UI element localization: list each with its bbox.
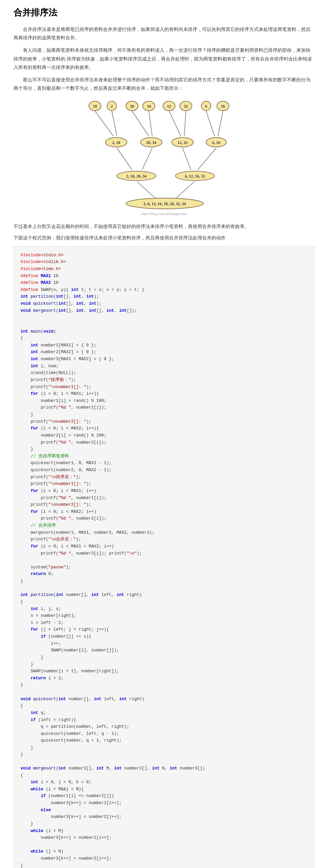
intro-paragraph-3: 那么可不可以直接使用合并排序法本身来处理整个排序的动作？而不动用到其它的排序方式… xyxy=(13,76,315,92)
svg-text:20: 20 xyxy=(130,104,134,108)
svg-line-8 xyxy=(117,148,132,170)
svg-line-11 xyxy=(198,148,216,170)
svg-text:2, 6, 13, 16, 18, 20, 32, 34: 2, 6, 13, 16, 18, 20, 32, 34 xyxy=(143,202,186,206)
svg-text:34: 34 xyxy=(147,104,151,108)
svg-text:6: 6 xyxy=(205,104,207,108)
svg-line-3 xyxy=(149,111,152,136)
diagram-watermark: http://blog.csdn.net/langyoulin xyxy=(141,212,187,216)
svg-text:18: 18 xyxy=(93,104,97,108)
svg-line-12 xyxy=(137,182,156,198)
merge-sort-diagram: 18 2 20 34 12 32 6 16 2, 18 20, 34 12, 3… xyxy=(13,99,315,216)
svg-line-7 xyxy=(218,111,223,136)
svg-line-6 xyxy=(206,111,215,136)
svg-text:16: 16 xyxy=(221,104,225,108)
svg-text:6, 12, 16, 32: 6, 12, 16, 32 xyxy=(185,174,205,179)
svg-line-5 xyxy=(184,111,186,136)
code-block: #include<stdio.h> #include<stdlib.h> #in… xyxy=(13,246,315,868)
svg-line-10 xyxy=(183,148,191,170)
svg-line-13 xyxy=(176,182,194,198)
diagram-svg: 18 2 20 34 12 32 6 16 2, 18 20, 34 12, 3… xyxy=(77,99,251,210)
svg-line-4 xyxy=(169,111,181,136)
svg-text:32: 32 xyxy=(184,104,188,108)
svg-line-2 xyxy=(132,111,149,136)
intro-paragraph-1: 合并排序法基本是将两笔已排序的资料合并并进行排序，如果所读入的资料尚未排序，可以… xyxy=(13,25,315,42)
svg-line-1 xyxy=(112,111,117,136)
page-title: 合并排序法 xyxy=(13,7,315,19)
svg-text:20, 34: 20, 34 xyxy=(146,140,156,145)
summary-paragraph-2: 下面这个程式范例，我们使用快速排序法来处理小笔资料排序，然后再使用合并排序法处理… xyxy=(13,234,315,242)
svg-text:2, 18: 2, 18 xyxy=(112,140,120,145)
summary-paragraph-1: 不过基本上分割又会花去额外的时间，不如使用其它较好的排序法来排序小笔资料，再使用… xyxy=(13,222,315,231)
intro-paragraph-2: 有人问道，如果两笔资料本身就无排序顺序，何不将所有的资料读入，再一次进行排序？排… xyxy=(13,46,315,72)
svg-text:6, 16: 6, 16 xyxy=(212,140,220,145)
svg-line-0 xyxy=(95,111,113,136)
svg-text:12, 32: 12, 32 xyxy=(177,140,188,145)
svg-text:2, 18, 20, 34: 2, 18, 20, 34 xyxy=(126,174,146,179)
svg-text:12: 12 xyxy=(167,104,171,108)
svg-text:2: 2 xyxy=(111,104,113,108)
svg-line-9 xyxy=(142,148,152,170)
